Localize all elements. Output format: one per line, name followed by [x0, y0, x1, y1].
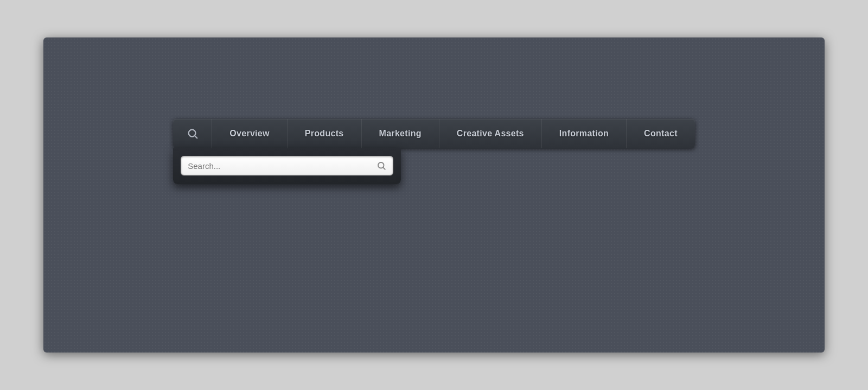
search-toggle-button[interactable]: [173, 119, 212, 148]
search-submit-icon[interactable]: [376, 161, 386, 171]
nav-item-creative-assets[interactable]: Creative Assets: [439, 119, 542, 148]
nav-item-contact[interactable]: Contact: [627, 119, 695, 148]
nav-bar: Overview Products Marketing Creative Ass…: [173, 119, 695, 148]
nav-item-products[interactable]: Products: [288, 119, 362, 148]
search-input-wrapper: [181, 156, 393, 175]
search-dropdown: [173, 148, 401, 184]
svg-line-1: [195, 136, 197, 138]
nav-item-marketing[interactable]: Marketing: [362, 119, 439, 148]
main-container: Overview Products Marketing Creative Ass…: [43, 37, 825, 353]
search-icon: [187, 128, 199, 140]
svg-line-3: [384, 167, 385, 169]
nav-item-overview[interactable]: Overview: [212, 119, 288, 148]
search-input[interactable]: [188, 161, 376, 171]
nav-item-information[interactable]: Information: [542, 119, 627, 148]
